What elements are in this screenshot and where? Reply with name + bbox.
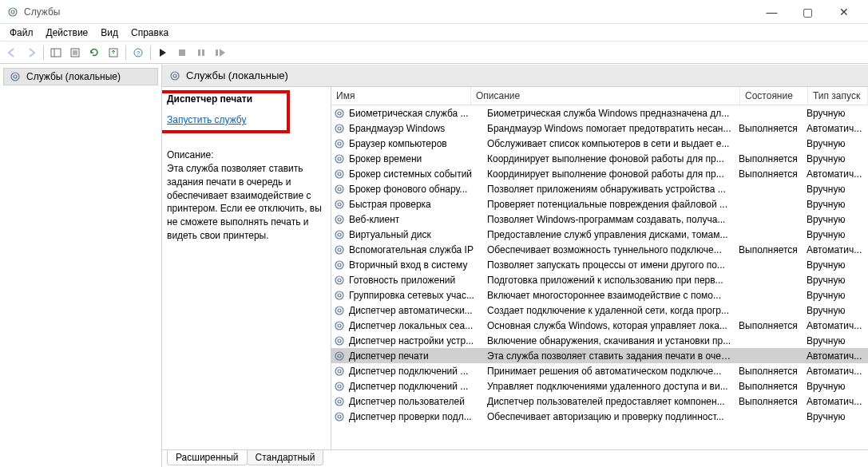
tree-root-item[interactable]: Службы (локальные) [3, 68, 158, 85]
service-row[interactable]: Брандмауэр WindowsБрандмауэр Windows пом… [331, 121, 868, 136]
svg-point-28 [338, 172, 341, 176]
service-type: Вручную [807, 138, 866, 149]
back-button[interactable] [3, 44, 21, 61]
app-gear-icon [6, 6, 19, 18]
refresh-button[interactable] [85, 44, 103, 61]
svg-point-44 [338, 294, 341, 297]
properties-button[interactable] [66, 44, 84, 61]
svg-point-30 [338, 188, 341, 191]
svg-point-55 [335, 382, 343, 390]
svg-point-29 [335, 185, 343, 193]
show-hide-tree-button[interactable] [47, 44, 65, 61]
service-state: Выполняется [739, 153, 807, 164]
svg-point-37 [335, 246, 343, 254]
tab-extended[interactable]: Расширенный [167, 450, 248, 465]
service-type: Вручную [807, 214, 866, 225]
list-rows[interactable]: Биометрическая служба ...Биометрическая … [331, 105, 868, 449]
services-icon [168, 69, 181, 82]
menu-action[interactable]: Действие [40, 26, 95, 40]
svg-point-47 [335, 322, 343, 330]
service-description: Позволяет приложениям обнаруживать устро… [487, 184, 739, 195]
close-button[interactable]: ✕ [826, 0, 862, 24]
service-description: Диспетчер пользователей предоставляет ко… [487, 396, 739, 407]
svg-point-17 [171, 72, 179, 80]
service-name: Диспетчер подключений ... [349, 381, 487, 392]
service-description: Включает многостороннее взаимодействие с… [487, 290, 739, 301]
restart-service-button[interactable] [212, 44, 229, 61]
view-tabs: Расширенный Стандартный [162, 449, 868, 467]
column-header-type[interactable]: Тип запуск [808, 87, 868, 105]
service-description: Подготовка приложений к использованию пр… [487, 275, 739, 286]
services-icon [9, 70, 22, 83]
help-button[interactable]: ? [129, 44, 147, 61]
tab-standard[interactable]: Стандартный [247, 450, 324, 465]
list-header: Имя Описание Состояние Тип запуск [331, 87, 868, 105]
service-row[interactable]: Биометрическая служба ...Биометрическая … [331, 105, 868, 121]
start-service-link[interactable]: Запустить службу [167, 114, 246, 125]
service-name: Брандмауэр Windows [349, 123, 487, 134]
gear-icon [333, 228, 346, 241]
svg-point-21 [335, 125, 343, 133]
service-row[interactable]: Готовность приложенийПодготовка приложен… [331, 272, 868, 287]
service-row[interactable]: Диспетчер подключений ...Управляет подкл… [331, 378, 868, 394]
svg-point-59 [335, 413, 343, 421]
column-header-name[interactable]: Имя [331, 87, 471, 105]
service-row[interactable]: Диспетчер подключений ...Принимает решен… [331, 363, 868, 378]
service-row[interactable]: Брокер фонового обнару...Позволяет прило… [331, 181, 868, 196]
pause-service-button[interactable] [192, 44, 210, 61]
service-description: Принимает решения об автоматическом подк… [487, 366, 739, 377]
gear-icon [333, 137, 346, 150]
service-type: Вручную [807, 229, 866, 240]
service-row[interactable]: Диспетчер печатиЭта служба позволяет ста… [331, 348, 868, 363]
service-row[interactable]: Диспетчер настройки устр...Включение обн… [331, 333, 868, 348]
gear-icon [333, 168, 346, 180]
service-type: Вручную [807, 275, 866, 286]
gear-icon [333, 410, 346, 423]
stop-service-button[interactable] [173, 44, 191, 61]
menu-help[interactable]: Справка [125, 26, 175, 40]
service-row[interactable]: Брокер времениКоординирует выполнение фо… [331, 151, 868, 166]
service-description: Создает подключение к удаленной сети, ко… [487, 305, 739, 316]
menu-view[interactable]: Вид [94, 26, 125, 40]
service-row[interactable]: Диспетчер локальных сеа...Основная служб… [331, 318, 868, 333]
service-description: Биометрическая служба Windows предназнач… [487, 108, 739, 119]
service-type: Автоматич... [807, 244, 866, 255]
menu-file[interactable]: Файл [3, 26, 40, 40]
service-row[interactable]: Браузер компьютеровОбслуживает список ко… [331, 136, 868, 151]
start-service-button[interactable] [154, 44, 172, 61]
gear-icon [333, 274, 346, 287]
column-header-description[interactable]: Описание [471, 87, 740, 105]
service-row[interactable]: Брокер системных событийКоординирует вып… [331, 166, 868, 181]
service-type: Автоматич... [807, 350, 866, 362]
service-description: Обеспечивает авторизацию и проверку подл… [487, 411, 739, 422]
service-row[interactable]: Виртуальный дискПредоставление служб упр… [331, 227, 868, 242]
maximize-button[interactable]: ▢ [790, 0, 826, 24]
description-text: Эта служба позволяет ставить задания печ… [167, 162, 326, 243]
service-row[interactable]: Диспетчер автоматически...Создает подклю… [331, 303, 868, 318]
service-name: Брокер системных событий [349, 168, 487, 180]
selected-service-title: Диспетчер печати [167, 93, 326, 105]
service-row[interactable]: Быстрая проверкаПроверяет потенциальные … [331, 196, 868, 212]
column-header-state[interactable]: Состояние [740, 87, 808, 105]
svg-point-25 [335, 155, 343, 163]
service-row[interactable]: Веб-клиентПозволяет Windows-программам с… [331, 212, 868, 227]
content-body: Диспетчер печати Запустить службу Описан… [162, 87, 868, 449]
service-name: Группировка сетевых учас... [349, 290, 487, 301]
svg-point-0 [9, 8, 17, 16]
service-row[interactable]: Диспетчер проверки подл...Обеспечивает а… [331, 409, 868, 424]
svg-point-33 [335, 216, 343, 224]
svg-point-18 [173, 74, 176, 77]
service-row[interactable]: Вторичный вход в системуПозволяет запуск… [331, 257, 868, 272]
service-type: Автоматич... [807, 396, 866, 407]
service-name: Диспетчер проверки подл... [349, 411, 487, 422]
export-button[interactable] [105, 44, 122, 61]
service-row[interactable]: Вспомогательная служба IPОбеспечивает во… [331, 242, 868, 257]
svg-rect-13 [202, 49, 204, 56]
service-name: Вспомогательная служба IP [349, 244, 487, 255]
service-row[interactable]: Группировка сетевых учас...Включает мног… [331, 287, 868, 303]
service-row[interactable]: Диспетчер пользователейДиспетчер пользов… [331, 394, 868, 409]
service-state: Выполняется [739, 396, 807, 407]
service-type: Вручную [807, 305, 866, 316]
forward-button[interactable] [22, 44, 40, 61]
minimize-button[interactable]: — [754, 0, 790, 24]
